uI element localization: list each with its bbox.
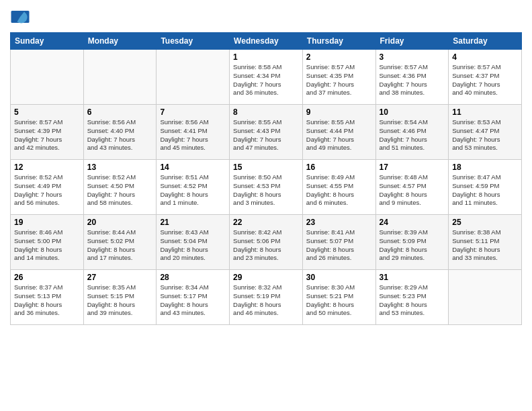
week-row-4: 19Sunrise: 8:46 AM Sunset: 5:00 PM Dayli… bbox=[11, 215, 522, 270]
day-info: Sunrise: 8:55 AM Sunset: 4:44 PM Dayligh… bbox=[306, 118, 372, 152]
day-info: Sunrise: 8:39 AM Sunset: 5:09 PM Dayligh… bbox=[380, 228, 445, 263]
day-cell: 22Sunrise: 8:42 AM Sunset: 5:06 PM Dayli… bbox=[230, 215, 303, 270]
day-info: Sunrise: 8:38 AM Sunset: 5:11 PM Dayligh… bbox=[452, 228, 518, 263]
day-number: 21 bbox=[160, 218, 226, 227]
day-info: Sunrise: 8:49 AM Sunset: 4:55 PM Dayligh… bbox=[306, 173, 372, 208]
week-row-2: 5Sunrise: 8:57 AM Sunset: 4:39 PM Daylig… bbox=[11, 105, 522, 160]
day-cell bbox=[157, 50, 230, 105]
day-cell: 4Sunrise: 8:57 AM Sunset: 4:37 PM Daylig… bbox=[449, 50, 522, 105]
day-cell: 19Sunrise: 8:46 AM Sunset: 5:00 PM Dayli… bbox=[11, 215, 84, 270]
day-info: Sunrise: 8:57 AM Sunset: 4:37 PM Dayligh… bbox=[452, 63, 518, 97]
day-info: Sunrise: 8:52 AM Sunset: 4:49 PM Dayligh… bbox=[14, 173, 80, 208]
day-info: Sunrise: 8:53 AM Sunset: 4:47 PM Dayligh… bbox=[452, 118, 518, 152]
day-cell: 24Sunrise: 8:39 AM Sunset: 5:09 PM Dayli… bbox=[375, 215, 449, 270]
day-number: 9 bbox=[306, 107, 372, 117]
week-row-5: 26Sunrise: 8:37 AM Sunset: 5:13 PM Dayli… bbox=[11, 270, 522, 325]
day-number: 12 bbox=[14, 163, 80, 172]
day-cell: 23Sunrise: 8:41 AM Sunset: 5:07 PM Dayli… bbox=[302, 215, 375, 270]
day-number: 29 bbox=[233, 273, 299, 282]
logo-icon bbox=[10, 7, 30, 27]
day-cell: 15Sunrise: 8:50 AM Sunset: 4:53 PM Dayli… bbox=[230, 160, 303, 215]
day-cell bbox=[449, 270, 522, 325]
week-row-3: 12Sunrise: 8:52 AM Sunset: 4:49 PM Dayli… bbox=[11, 160, 522, 215]
day-number: 2 bbox=[306, 52, 372, 62]
day-number: 16 bbox=[306, 163, 372, 172]
weekday-header-friday: Friday bbox=[375, 33, 449, 50]
day-number: 31 bbox=[380, 273, 445, 282]
day-number: 5 bbox=[14, 107, 80, 117]
weekday-header-saturday: Saturday bbox=[449, 33, 522, 50]
day-number: 7 bbox=[160, 107, 226, 117]
day-cell: 3Sunrise: 8:57 AM Sunset: 4:36 PM Daylig… bbox=[375, 50, 449, 105]
day-number: 18 bbox=[452, 163, 518, 172]
day-number: 13 bbox=[87, 163, 153, 172]
day-number: 19 bbox=[14, 218, 80, 227]
day-info: Sunrise: 8:57 AM Sunset: 4:39 PM Dayligh… bbox=[14, 118, 80, 152]
day-info: Sunrise: 8:43 AM Sunset: 5:04 PM Dayligh… bbox=[160, 228, 226, 263]
day-cell: 18Sunrise: 8:47 AM Sunset: 4:59 PM Dayli… bbox=[449, 160, 522, 215]
day-info: Sunrise: 8:51 AM Sunset: 4:52 PM Dayligh… bbox=[160, 173, 226, 208]
day-number: 6 bbox=[87, 107, 153, 117]
weekday-header-sunday: Sunday bbox=[11, 33, 84, 50]
day-cell: 21Sunrise: 8:43 AM Sunset: 5:04 PM Dayli… bbox=[157, 215, 230, 270]
day-info: Sunrise: 8:34 AM Sunset: 5:17 PM Dayligh… bbox=[160, 283, 226, 318]
day-number: 4 bbox=[452, 52, 518, 62]
day-cell: 5Sunrise: 8:57 AM Sunset: 4:39 PM Daylig… bbox=[11, 105, 84, 160]
day-info: Sunrise: 8:32 AM Sunset: 5:19 PM Dayligh… bbox=[233, 283, 299, 318]
calendar-page: SundayMondayTuesdayWednesdayThursdayFrid… bbox=[0, 0, 532, 411]
day-info: Sunrise: 8:47 AM Sunset: 4:59 PM Dayligh… bbox=[452, 173, 518, 208]
day-number: 28 bbox=[160, 273, 226, 282]
day-cell: 9Sunrise: 8:55 AM Sunset: 4:44 PM Daylig… bbox=[302, 105, 375, 160]
day-info: Sunrise: 8:29 AM Sunset: 5:23 PM Dayligh… bbox=[380, 283, 445, 318]
day-number: 26 bbox=[14, 273, 80, 282]
day-number: 11 bbox=[452, 107, 518, 117]
day-cell: 2Sunrise: 8:57 AM Sunset: 4:35 PM Daylig… bbox=[302, 50, 375, 105]
day-info: Sunrise: 8:48 AM Sunset: 4:57 PM Dayligh… bbox=[380, 173, 445, 208]
weekday-header-tuesday: Tuesday bbox=[157, 33, 230, 50]
day-cell bbox=[11, 50, 84, 105]
day-number: 14 bbox=[160, 163, 226, 172]
day-number: 15 bbox=[233, 163, 299, 172]
day-info: Sunrise: 8:35 AM Sunset: 5:15 PM Dayligh… bbox=[87, 283, 153, 318]
day-info: Sunrise: 8:41 AM Sunset: 5:07 PM Dayligh… bbox=[306, 228, 372, 263]
day-number: 17 bbox=[380, 163, 445, 172]
day-info: Sunrise: 8:56 AM Sunset: 4:40 PM Dayligh… bbox=[87, 118, 153, 152]
day-cell: 8Sunrise: 8:55 AM Sunset: 4:43 PM Daylig… bbox=[230, 105, 303, 160]
calendar-table: SundayMondayTuesdayWednesdayThursdayFrid… bbox=[10, 32, 522, 325]
day-cell: 20Sunrise: 8:44 AM Sunset: 5:02 PM Dayli… bbox=[83, 215, 157, 270]
day-number: 8 bbox=[233, 107, 299, 117]
day-cell bbox=[83, 50, 157, 105]
day-cell: 13Sunrise: 8:52 AM Sunset: 4:50 PM Dayli… bbox=[83, 160, 157, 215]
weekday-header-wednesday: Wednesday bbox=[230, 33, 303, 50]
day-info: Sunrise: 8:57 AM Sunset: 4:36 PM Dayligh… bbox=[380, 63, 445, 97]
day-number: 27 bbox=[87, 273, 153, 282]
day-number: 24 bbox=[380, 218, 445, 227]
day-cell: 29Sunrise: 8:32 AM Sunset: 5:19 PM Dayli… bbox=[230, 270, 303, 325]
day-number: 23 bbox=[306, 218, 372, 227]
day-cell: 10Sunrise: 8:54 AM Sunset: 4:46 PM Dayli… bbox=[375, 105, 449, 160]
day-info: Sunrise: 8:57 AM Sunset: 4:35 PM Dayligh… bbox=[306, 63, 372, 97]
day-info: Sunrise: 8:30 AM Sunset: 5:21 PM Dayligh… bbox=[306, 283, 372, 318]
day-cell: 11Sunrise: 8:53 AM Sunset: 4:47 PM Dayli… bbox=[449, 105, 522, 160]
day-info: Sunrise: 8:42 AM Sunset: 5:06 PM Dayligh… bbox=[233, 228, 299, 263]
day-cell: 7Sunrise: 8:56 AM Sunset: 4:41 PM Daylig… bbox=[157, 105, 230, 160]
day-number: 25 bbox=[452, 218, 518, 227]
day-cell: 27Sunrise: 8:35 AM Sunset: 5:15 PM Dayli… bbox=[83, 270, 157, 325]
day-number: 22 bbox=[233, 218, 299, 227]
day-number: 10 bbox=[380, 107, 445, 117]
day-cell: 14Sunrise: 8:51 AM Sunset: 4:52 PM Dayli… bbox=[157, 160, 230, 215]
week-row-1: 1Sunrise: 8:58 AM Sunset: 4:34 PM Daylig… bbox=[11, 50, 522, 105]
logo bbox=[10, 7, 33, 27]
day-cell: 30Sunrise: 8:30 AM Sunset: 5:21 PM Dayli… bbox=[302, 270, 375, 325]
day-cell: 28Sunrise: 8:34 AM Sunset: 5:17 PM Dayli… bbox=[157, 270, 230, 325]
day-cell: 25Sunrise: 8:38 AM Sunset: 5:11 PM Dayli… bbox=[449, 215, 522, 270]
day-cell: 26Sunrise: 8:37 AM Sunset: 5:13 PM Dayli… bbox=[11, 270, 84, 325]
day-info: Sunrise: 8:55 AM Sunset: 4:43 PM Dayligh… bbox=[233, 118, 299, 152]
day-info: Sunrise: 8:54 AM Sunset: 4:46 PM Dayligh… bbox=[380, 118, 445, 152]
day-number: 30 bbox=[306, 273, 372, 282]
day-cell: 1Sunrise: 8:58 AM Sunset: 4:34 PM Daylig… bbox=[230, 50, 303, 105]
day-cell: 6Sunrise: 8:56 AM Sunset: 4:40 PM Daylig… bbox=[83, 105, 157, 160]
day-info: Sunrise: 8:58 AM Sunset: 4:34 PM Dayligh… bbox=[233, 63, 299, 97]
day-info: Sunrise: 8:50 AM Sunset: 4:53 PM Dayligh… bbox=[233, 173, 299, 208]
day-number: 20 bbox=[87, 218, 153, 227]
